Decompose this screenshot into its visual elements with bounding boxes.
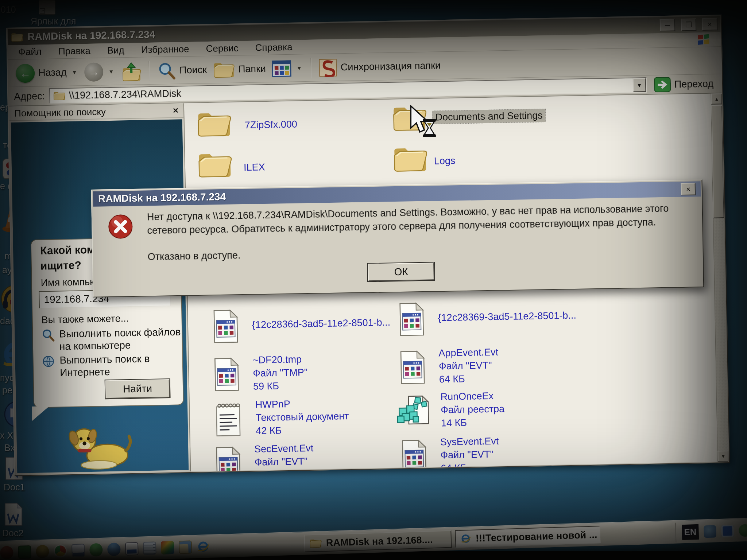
file-item[interactable]: {12c28369-3ad5-11e2-8501-b... <box>438 310 576 324</box>
file-item[interactable]: ~DF20.tmpФайл "TMP"59 КБ <box>252 353 308 393</box>
folder-icon[interactable] <box>392 145 427 173</box>
forward-arrow-icon: → <box>84 62 104 82</box>
menu-favorites[interactable]: Избранное <box>141 43 189 55</box>
teamviewer-tray-icon[interactable] <box>721 525 734 537</box>
scroll-up-icon[interactable]: ▲ <box>711 93 723 105</box>
folder-icon[interactable] <box>197 151 232 179</box>
toolbar-separator <box>149 61 150 81</box>
search-button[interactable]: Поиск <box>154 59 210 82</box>
dialog-message-secondary: Отказано в доступе. <box>147 250 240 262</box>
views-dropdown-icon: ▼ <box>297 65 302 71</box>
scrollbar-thumb[interactable] <box>711 105 724 218</box>
up-button[interactable] <box>118 59 145 83</box>
image-viewer-icon[interactable] <box>179 540 192 554</box>
address-dropdown-button[interactable]: ▼ <box>632 78 646 92</box>
address-folder-icon <box>53 90 66 101</box>
search-companion-header: Помощник по поиску × <box>9 103 184 121</box>
menu-file[interactable]: Файл <box>18 46 42 58</box>
file-item[interactable]: SecEvent.EvtФайл "EVT"64 КБ <box>254 442 314 475</box>
ok-button[interactable]: ОК <box>368 262 434 281</box>
word-icon[interactable] <box>125 542 139 556</box>
busy-cursor <box>408 105 440 140</box>
go-label: Переход <box>674 78 714 90</box>
file-item[interactable]: {12c2836d-3ad5-11e2-8501-b... <box>252 317 391 331</box>
evt-file-icon[interactable] <box>214 446 243 474</box>
file-item[interactable]: HWPnPТекстовый документ42 КБ <box>255 396 349 438</box>
photographed-screen: 010 ↗ Ярлык для ер ток e de medi ayer da… <box>0 0 747 560</box>
evt-file-icon[interactable] <box>212 308 240 344</box>
folder-item[interactable]: ILEX <box>244 162 265 173</box>
green-app-icon[interactable] <box>18 545 31 559</box>
task-folder-icon <box>309 538 322 548</box>
search-internet-option[interactable]: Выполнить поиск в Интернете <box>41 353 150 379</box>
feather-tray-icon[interactable] <box>704 525 716 538</box>
menu-help[interactable]: Справка <box>255 42 293 54</box>
evt-file-icon[interactable] <box>398 350 427 385</box>
folders-icon <box>213 61 235 78</box>
language-indicator[interactable]: EN <box>682 524 699 540</box>
green-status-tray-icon[interactable] <box>739 524 747 537</box>
forward-button[interactable]: → ▼ <box>81 61 119 83</box>
menu-edit[interactable]: Правка <box>58 45 90 57</box>
window-folder-icon <box>11 32 23 42</box>
taskbar-task-testing[interactable]: !!!Тестирование новой ... <box>455 526 600 548</box>
sync-label: Синхронизация папки <box>340 60 441 73</box>
menu-view[interactable]: Вид <box>107 44 125 56</box>
evt-file-icon[interactable] <box>398 302 426 337</box>
find-button[interactable]: Найти <box>105 379 170 398</box>
search-internet-text: Выполнить поиск в Интернете <box>59 353 150 379</box>
back-dropdown-icon[interactable]: ▼ <box>71 69 77 75</box>
maximize-button[interactable]: ❐ <box>681 18 697 31</box>
search-label: Поиск <box>179 64 207 76</box>
file-item[interactable]: AppEvent.EvtФайл "EVT"64 КБ <box>438 346 499 386</box>
dialog-close-icon[interactable]: × <box>681 183 696 195</box>
toolbar-separator <box>310 58 311 78</box>
search-files-icon <box>41 328 55 342</box>
go-button[interactable]: Переход <box>651 76 716 92</box>
back-button[interactable]: ← Назад ▼ <box>13 61 82 84</box>
error-dialog: RAMDisk на 192.168.7.234 × Нет доступа к… <box>91 179 704 298</box>
folder-icon[interactable] <box>196 110 231 138</box>
media-classic-icon[interactable] <box>161 541 174 555</box>
aimp-icon[interactable] <box>36 545 49 558</box>
search-dog-character[interactable] <box>65 420 136 472</box>
utorrent-icon[interactable] <box>89 543 103 557</box>
close-button[interactable]: × <box>702 18 718 31</box>
forward-dropdown-icon[interactable]: ▼ <box>108 69 114 75</box>
search-files-option[interactable]: Выполнить поиск файлов на компьютере <box>41 326 181 353</box>
registry-file-icon[interactable] <box>396 393 434 430</box>
tmp-file-icon[interactable] <box>213 357 241 392</box>
dialog-title: RAMDisk на 192.168.7.234 <box>98 191 226 205</box>
folder-sync-button[interactable]: Синхронизация папки <box>316 55 444 78</box>
internet-explorer-quicklaunch-icon[interactable] <box>197 540 210 553</box>
folder-item[interactable]: Logs <box>434 155 456 167</box>
views-button[interactable]: ▼ <box>268 58 306 79</box>
desktop-fragment-label: 010 <box>1 4 16 15</box>
folders-button[interactable]: Папки <box>210 58 269 80</box>
menu-tools[interactable]: Сервис <box>206 42 239 54</box>
search-companion-close-icon[interactable]: × <box>173 105 179 116</box>
go-arrow-icon <box>654 77 671 93</box>
shortcut-icon[interactable]: ↗ <box>39 0 55 15</box>
search-files-text: Выполнить поиск файлов на компьютере <box>59 326 181 353</box>
desktop-icon-label: Doc2 <box>2 528 23 538</box>
system-tray: EN <box>675 520 747 542</box>
writer-icon[interactable] <box>71 544 85 557</box>
minimize-button[interactable]: ─ <box>660 19 676 31</box>
browser-red-icon[interactable] <box>0 546 13 559</box>
safari-icon[interactable] <box>107 542 121 556</box>
file-item[interactable]: RunOnceExФайл реестра14 КБ <box>440 389 505 429</box>
chrome-icon[interactable] <box>54 544 67 558</box>
quick-launch-bar <box>0 540 210 560</box>
text-document-icon[interactable] <box>213 401 244 437</box>
search-companion-title: Помощник по поиску <box>14 106 106 119</box>
folder-item[interactable]: 7ZipSfx.000 <box>245 119 298 131</box>
error-icon <box>108 214 133 240</box>
search-icon <box>157 61 176 80</box>
folder-item-selected[interactable]: Documents and Settings <box>432 109 546 124</box>
word-document-icon[interactable] <box>3 502 24 526</box>
scroll-down-icon[interactable]: ▼ <box>717 451 728 462</box>
taskbar-task-ramdisk[interactable]: RAMDisk на 192.168.... <box>304 530 452 552</box>
task-label: RAMDisk на 192.168.... <box>326 534 433 549</box>
notepad-icon[interactable] <box>143 541 156 555</box>
